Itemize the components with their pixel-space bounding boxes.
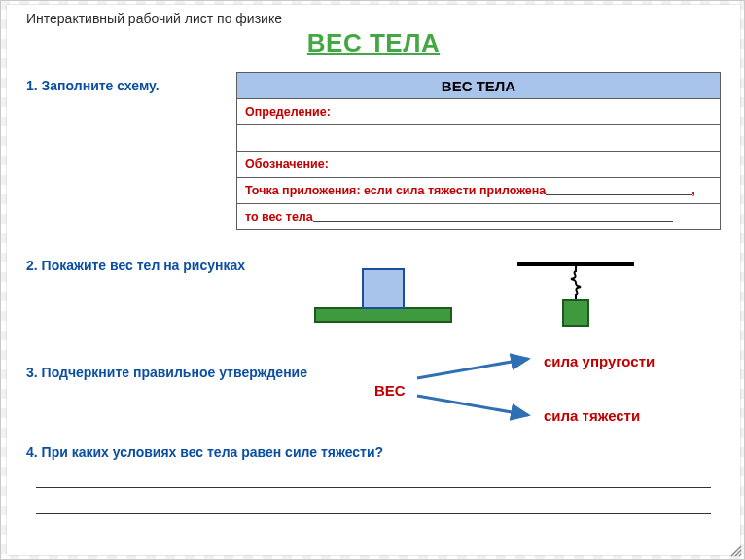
svg-line-4 bbox=[417, 359, 528, 378]
arrow-up-icon bbox=[413, 353, 540, 382]
blank-line[interactable] bbox=[546, 183, 692, 194]
task2-label: 2. Покажите вес тел на рисунках bbox=[26, 258, 245, 273]
task4-answer-lines bbox=[36, 470, 711, 514]
schema-row-then-prefix: то вес тела bbox=[245, 211, 313, 225]
resize-grip-icon[interactable] bbox=[728, 543, 742, 557]
schema-row-definition[interactable]: Определение: bbox=[237, 99, 721, 125]
svg-rect-0 bbox=[315, 308, 451, 322]
svg-rect-3 bbox=[563, 300, 588, 326]
task4-label: 4. При каких условиях вес тела равен сил… bbox=[26, 444, 721, 460]
blank-line[interactable] bbox=[313, 209, 673, 221]
svg-line-8 bbox=[739, 554, 741, 556]
schema-row-blank[interactable] bbox=[237, 125, 721, 152]
svg-line-5 bbox=[417, 396, 528, 415]
task3-option1[interactable]: сила упругости bbox=[544, 353, 655, 369]
drawing-block-on-spring bbox=[513, 256, 639, 341]
task2-draw-area bbox=[26, 279, 721, 349]
task1-label: 1. Заполните схему. bbox=[26, 78, 211, 93]
schema-row-notation[interactable]: Обозначение: bbox=[237, 152, 721, 178]
schema-row-point-prefix: Точка приложения: если сила тяжести прил… bbox=[245, 185, 546, 198]
task3-wrap: 3. Подчеркните правильное утверждение ВЕ… bbox=[26, 359, 721, 427]
task3-label: 3. Подчеркните правильное утверждение bbox=[26, 365, 307, 380]
svg-rect-1 bbox=[363, 269, 404, 308]
block-on-spring-icon bbox=[513, 256, 639, 337]
answer-line[interactable] bbox=[36, 470, 711, 488]
drawing-block-on-surface bbox=[310, 262, 456, 333]
worksheet-sheet: Интерактивный рабочий лист по физике ВЕС… bbox=[7, 5, 740, 555]
schema-table-header: ВЕС ТЕЛА bbox=[237, 73, 721, 99]
answer-line[interactable] bbox=[36, 496, 711, 514]
arrow-down-icon bbox=[413, 392, 540, 421]
task1-row: 1. Заполните схему. ВЕС ТЕЛА Определение… bbox=[26, 72, 721, 230]
block-on-surface-icon bbox=[310, 262, 456, 330]
document-main-title: ВЕС ТЕЛА bbox=[26, 28, 721, 58]
schema-table: ВЕС ТЕЛА Определение: Обозначение: Точка… bbox=[236, 72, 721, 230]
svg-rect-2 bbox=[517, 262, 634, 266]
schema-row-then[interactable]: то вес тела bbox=[237, 204, 721, 230]
schema-row-point-suffix: , bbox=[692, 185, 694, 198]
document-subtitle: Интерактивный рабочий лист по физике bbox=[26, 11, 721, 26]
schema-row-point[interactable]: Точка приложения: если сила тяжести прил… bbox=[237, 178, 721, 204]
task3-center-word: ВЕС bbox=[374, 382, 406, 399]
task3-option2[interactable]: сила тяжести bbox=[544, 407, 640, 424]
